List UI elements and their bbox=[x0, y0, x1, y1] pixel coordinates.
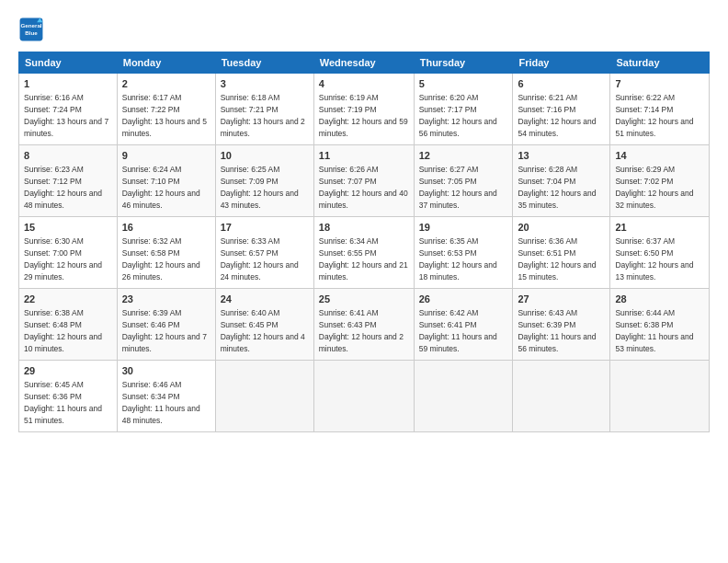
day-info: Sunrise: 6:26 AMSunset: 7:07 PMDaylight:… bbox=[319, 165, 408, 210]
calendar-cell bbox=[414, 361, 513, 432]
day-number: 25 bbox=[319, 293, 409, 306]
day-info: Sunrise: 6:21 AMSunset: 7:16 PMDaylight:… bbox=[518, 93, 596, 138]
calendar-cell: 8 Sunrise: 6:23 AMSunset: 7:12 PMDayligh… bbox=[19, 145, 118, 217]
day-info: Sunrise: 6:29 AMSunset: 7:02 PMDaylight:… bbox=[615, 165, 693, 210]
day-info: Sunrise: 6:17 AMSunset: 7:22 PMDaylight:… bbox=[122, 93, 207, 138]
calendar-cell: 3 Sunrise: 6:18 AMSunset: 7:21 PMDayligh… bbox=[215, 74, 313, 145]
calendar-cell: 4 Sunrise: 6:19 AMSunset: 7:19 PMDayligh… bbox=[313, 74, 414, 145]
calendar-cell: 16 Sunrise: 6:32 AMSunset: 6:58 PMDaylig… bbox=[117, 217, 215, 289]
page: General Blue SundayMondayTuesdayWednesda… bbox=[0, 0, 728, 563]
calendar-cell: 13 Sunrise: 6:28 AMSunset: 7:04 PMDaylig… bbox=[513, 145, 610, 217]
day-number: 21 bbox=[615, 221, 704, 235]
calendar-cell bbox=[313, 361, 414, 432]
svg-text:General: General bbox=[20, 22, 41, 29]
day-number: 11 bbox=[319, 149, 409, 163]
day-info: Sunrise: 6:27 AMSunset: 7:05 PMDaylight:… bbox=[419, 165, 497, 210]
day-info: Sunrise: 6:45 AMSunset: 6:36 PMDaylight:… bbox=[24, 380, 102, 425]
calendar-cell bbox=[513, 361, 610, 432]
calendar-header-sunday: Sunday bbox=[19, 52, 118, 74]
calendar-cell: 12 Sunrise: 6:27 AMSunset: 7:05 PMDaylig… bbox=[414, 145, 513, 217]
day-info: Sunrise: 6:22 AMSunset: 7:14 PMDaylight:… bbox=[615, 93, 693, 138]
calendar-cell: 2 Sunrise: 6:17 AMSunset: 7:22 PMDayligh… bbox=[117, 74, 215, 145]
calendar-cell bbox=[610, 361, 710, 432]
calendar-cell: 29 Sunrise: 6:45 AMSunset: 6:36 PMDaylig… bbox=[19, 361, 118, 432]
day-number: 12 bbox=[419, 149, 508, 163]
calendar-week-3: 15 Sunrise: 6:30 AMSunset: 7:00 PMDaylig… bbox=[19, 217, 710, 289]
day-number: 24 bbox=[221, 293, 309, 306]
calendar-cell: 6 Sunrise: 6:21 AMSunset: 7:16 PMDayligh… bbox=[513, 74, 610, 145]
calendar-cell: 23 Sunrise: 6:39 AMSunset: 6:46 PMDaylig… bbox=[117, 289, 215, 361]
day-number: 26 bbox=[419, 293, 508, 306]
day-info: Sunrise: 6:39 AMSunset: 6:46 PMDaylight:… bbox=[122, 308, 207, 353]
day-number: 6 bbox=[518, 77, 605, 91]
calendar-header-thursday: Thursday bbox=[414, 52, 513, 74]
day-info: Sunrise: 6:36 AMSunset: 6:51 PMDaylight:… bbox=[518, 236, 596, 282]
calendar-cell: 19 Sunrise: 6:35 AMSunset: 6:53 PMDaylig… bbox=[414, 217, 513, 289]
calendar-cell: 25 Sunrise: 6:41 AMSunset: 6:43 PMDaylig… bbox=[313, 289, 414, 361]
calendar-cell: 1 Sunrise: 6:16 AMSunset: 7:24 PMDayligh… bbox=[19, 74, 118, 145]
calendar-cell: 21 Sunrise: 6:37 AMSunset: 6:50 PMDaylig… bbox=[610, 217, 710, 289]
day-number: 1 bbox=[24, 77, 112, 91]
logo: General Blue bbox=[18, 17, 44, 42]
day-number: 9 bbox=[122, 149, 210, 163]
day-info: Sunrise: 6:34 AMSunset: 6:55 PMDaylight:… bbox=[319, 236, 408, 282]
calendar-header-monday: Monday bbox=[117, 52, 215, 74]
day-info: Sunrise: 6:37 AMSunset: 6:50 PMDaylight:… bbox=[615, 236, 693, 282]
day-number: 16 bbox=[122, 221, 210, 235]
calendar-cell: 28 Sunrise: 6:44 AMSunset: 6:38 PMDaylig… bbox=[610, 289, 710, 361]
logo-icon: General Blue bbox=[18, 17, 44, 42]
day-number: 30 bbox=[122, 364, 210, 378]
calendar-table: SundayMondayTuesdayWednesdayThursdayFrid… bbox=[18, 52, 710, 432]
calendar-cell: 14 Sunrise: 6:29 AMSunset: 7:02 PMDaylig… bbox=[610, 145, 710, 217]
calendar-week-2: 8 Sunrise: 6:23 AMSunset: 7:12 PMDayligh… bbox=[19, 145, 710, 217]
day-info: Sunrise: 6:20 AMSunset: 7:17 PMDaylight:… bbox=[419, 93, 497, 138]
day-number: 4 bbox=[319, 77, 409, 91]
calendar-cell: 22 Sunrise: 6:38 AMSunset: 6:48 PMDaylig… bbox=[19, 289, 118, 361]
day-info: Sunrise: 6:44 AMSunset: 6:38 PMDaylight:… bbox=[615, 308, 693, 353]
day-number: 7 bbox=[615, 77, 704, 91]
calendar-header-row: SundayMondayTuesdayWednesdayThursdayFrid… bbox=[19, 52, 710, 74]
day-info: Sunrise: 6:43 AMSunset: 6:39 PMDaylight:… bbox=[518, 308, 596, 353]
day-number: 2 bbox=[122, 77, 210, 91]
calendar-cell: 17 Sunrise: 6:33 AMSunset: 6:57 PMDaylig… bbox=[215, 217, 313, 289]
day-info: Sunrise: 6:28 AMSunset: 7:04 PMDaylight:… bbox=[518, 165, 596, 210]
day-info: Sunrise: 6:24 AMSunset: 7:10 PMDaylight:… bbox=[122, 165, 200, 210]
calendar-header-wednesday: Wednesday bbox=[313, 52, 414, 74]
day-number: 19 bbox=[419, 221, 508, 235]
day-number: 15 bbox=[24, 221, 112, 235]
day-info: Sunrise: 6:38 AMSunset: 6:48 PMDaylight:… bbox=[24, 308, 102, 353]
day-info: Sunrise: 6:23 AMSunset: 7:12 PMDaylight:… bbox=[24, 165, 102, 210]
day-info: Sunrise: 6:16 AMSunset: 7:24 PMDaylight:… bbox=[24, 93, 108, 138]
day-info: Sunrise: 6:46 AMSunset: 6:34 PMDaylight:… bbox=[122, 380, 200, 425]
calendar-cell: 9 Sunrise: 6:24 AMSunset: 7:10 PMDayligh… bbox=[117, 145, 215, 217]
calendar-header-tuesday: Tuesday bbox=[215, 52, 313, 74]
day-number: 13 bbox=[518, 149, 605, 163]
calendar-cell: 5 Sunrise: 6:20 AMSunset: 7:17 PMDayligh… bbox=[414, 74, 513, 145]
day-number: 10 bbox=[221, 149, 309, 163]
calendar-cell bbox=[215, 361, 313, 432]
day-info: Sunrise: 6:33 AMSunset: 6:57 PMDaylight:… bbox=[221, 236, 299, 282]
day-info: Sunrise: 6:19 AMSunset: 7:19 PMDaylight:… bbox=[319, 93, 408, 138]
header: General Blue bbox=[18, 17, 710, 42]
day-info: Sunrise: 6:35 AMSunset: 6:53 PMDaylight:… bbox=[419, 236, 497, 282]
day-number: 5 bbox=[419, 77, 508, 91]
calendar-week-1: 1 Sunrise: 6:16 AMSunset: 7:24 PMDayligh… bbox=[19, 74, 710, 145]
calendar-header-saturday: Saturday bbox=[610, 52, 710, 74]
day-number: 27 bbox=[518, 293, 605, 306]
day-info: Sunrise: 6:30 AMSunset: 7:00 PMDaylight:… bbox=[24, 236, 102, 282]
calendar-cell: 26 Sunrise: 6:42 AMSunset: 6:41 PMDaylig… bbox=[414, 289, 513, 361]
calendar-header-friday: Friday bbox=[513, 52, 610, 74]
day-info: Sunrise: 6:40 AMSunset: 6:45 PMDaylight:… bbox=[221, 308, 305, 353]
day-number: 22 bbox=[24, 293, 112, 306]
day-info: Sunrise: 6:41 AMSunset: 6:43 PMDaylight:… bbox=[319, 308, 404, 353]
calendar-cell: 20 Sunrise: 6:36 AMSunset: 6:51 PMDaylig… bbox=[513, 217, 610, 289]
calendar-cell: 10 Sunrise: 6:25 AMSunset: 7:09 PMDaylig… bbox=[215, 145, 313, 217]
calendar-cell: 7 Sunrise: 6:22 AMSunset: 7:14 PMDayligh… bbox=[610, 74, 710, 145]
calendar-week-4: 22 Sunrise: 6:38 AMSunset: 6:48 PMDaylig… bbox=[19, 289, 710, 361]
calendar-cell: 18 Sunrise: 6:34 AMSunset: 6:55 PMDaylig… bbox=[313, 217, 414, 289]
calendar-week-5: 29 Sunrise: 6:45 AMSunset: 6:36 PMDaylig… bbox=[19, 361, 710, 432]
calendar-cell: 11 Sunrise: 6:26 AMSunset: 7:07 PMDaylig… bbox=[313, 145, 414, 217]
svg-text:Blue: Blue bbox=[25, 29, 38, 36]
day-number: 18 bbox=[319, 221, 409, 235]
calendar-cell: 30 Sunrise: 6:46 AMSunset: 6:34 PMDaylig… bbox=[117, 361, 215, 432]
